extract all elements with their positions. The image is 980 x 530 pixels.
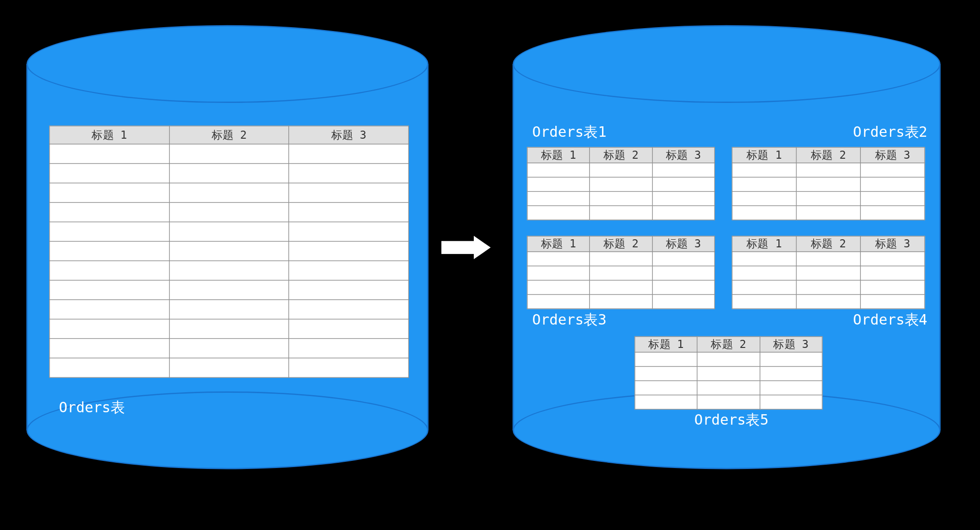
db1-orders-table: 标题 1 标题 2 标题 3	[49, 126, 409, 378]
db2-t2-th1: 标题 1	[732, 147, 796, 163]
db1-caption: 订单库1	[169, 479, 286, 502]
db2-t3-th2: 标题 2	[590, 236, 652, 252]
db2-t4-table: 标题 1 标题 2 标题 3	[732, 236, 925, 309]
db2-t1-th3: 标题 3	[652, 147, 715, 163]
db2-t5-th1: 标题 1	[635, 336, 697, 352]
db2-t3-th1: 标题 1	[527, 236, 590, 252]
db2-t3-th3: 标题 3	[652, 236, 715, 252]
db2-cylinder-top	[513, 25, 941, 103]
db2-t4-th2: 标题 2	[796, 236, 861, 252]
db2-t4-th3: 标题 3	[860, 236, 925, 252]
db2-t4-label: Orders表4	[853, 310, 928, 330]
db2-t5-label: Orders表5	[694, 410, 768, 430]
db1-th3: 标题 3	[289, 126, 408, 144]
db2-t3-label: Orders表3	[532, 310, 606, 330]
diagram-stage: 标题 1 标题 2 标题 3 Orders表 订单库1 Or	[0, 12, 980, 518]
db2-t1-table: 标题 1 标题 2 标题 3	[527, 147, 715, 220]
db2-t5-table: 标题 1 标题 2 标题 3	[634, 336, 822, 410]
db1-th2: 标题 2	[169, 126, 289, 144]
db2-t2-th2: 标题 2	[796, 147, 861, 163]
db2-t1-label: Orders表1	[532, 122, 606, 142]
db2-caption: 订单库2	[668, 479, 785, 502]
db1-cylinder-top	[27, 25, 429, 103]
db2-t2-th3: 标题 3	[860, 147, 925, 163]
db2-t2-table: 标题 1 标题 2 标题 3	[732, 147, 925, 220]
db2-t1-th1: 标题 1	[527, 147, 590, 163]
db2-t3-table: 标题 1 标题 2 标题 3	[527, 236, 715, 309]
db2-t5-th2: 标题 2	[697, 336, 760, 352]
db1-table-label: Orders表	[59, 398, 125, 418]
db2-t1-th2: 标题 2	[590, 147, 652, 163]
db2-t5-th3: 标题 3	[760, 336, 822, 352]
db2-t4-th1: 标题 1	[732, 236, 796, 252]
db1-th1: 标题 1	[50, 126, 169, 144]
db2-t2-label: Orders表2	[853, 122, 928, 142]
